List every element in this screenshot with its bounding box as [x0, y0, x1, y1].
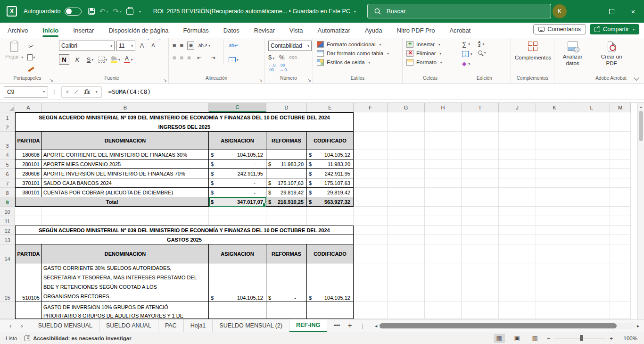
cell-empty[interactable] — [425, 132, 462, 150]
cell-empty[interactable] — [388, 302, 425, 319]
tab-formulas[interactable]: Fórmulas — [182, 24, 210, 37]
cell-empty[interactable] — [573, 188, 610, 197]
align-top-button[interactable]: ≡ — [173, 42, 176, 49]
row-header[interactable]: 6 — [0, 169, 15, 178]
cell-total-label[interactable]: Total — [15, 197, 209, 207]
page-layout-view-button[interactable]: ▣ — [512, 334, 523, 343]
cell-empty[interactable] — [610, 226, 631, 235]
cell-empty[interactable] — [425, 178, 462, 188]
cell-empty[interactable] — [499, 178, 536, 188]
cell-empty[interactable] — [209, 207, 266, 216]
row-header[interactable]: 2 — [0, 122, 15, 132]
sheet-nav-next-icon[interactable]: › — [21, 322, 23, 329]
cell-header-codificado[interactable]: CODIFICADO — [307, 244, 354, 263]
cell-empty[interactable] — [610, 244, 631, 263]
cell-empty[interactable] — [354, 178, 388, 188]
row-header[interactable]: 10 — [0, 207, 15, 216]
undo-button[interactable]: ↶▾ — [99, 7, 108, 16]
cell-empty[interactable] — [536, 244, 573, 263]
cell-empty[interactable] — [536, 122, 573, 132]
cell-empty[interactable] — [388, 178, 425, 188]
cell-empty[interactable] — [42, 207, 209, 216]
decrease-indent-button[interactable]: ⇤ — [195, 53, 204, 62]
sheet-tab-ref-ing-active[interactable]: REF-ING — [289, 319, 327, 332]
col-header-J[interactable]: J — [499, 103, 536, 112]
cell-empty[interactable] — [462, 188, 499, 197]
redo-button[interactable]: ↷▾ — [113, 7, 122, 16]
cell-asignacion[interactable] — [209, 302, 266, 319]
row-header[interactable]: 8 — [0, 188, 15, 197]
cell-empty[interactable] — [425, 112, 462, 122]
tab-revisar[interactable]: Revisar — [253, 24, 276, 37]
cell-empty[interactable] — [499, 132, 536, 150]
cell-empty[interactable] — [354, 188, 388, 197]
cell-empty[interactable] — [354, 150, 388, 159]
horizontal-scroll-thumb[interactable] — [380, 323, 617, 328]
cell-denominacion[interactable]: SALDO CAJA BANCOS 2024 — [42, 178, 209, 188]
insert-function-button[interactable]: fx — [84, 88, 90, 95]
align-right-button[interactable]: ≡ — [187, 54, 190, 61]
cell-empty[interactable] — [499, 169, 536, 178]
cell-denominacion[interactable]: GASTO CORRIENTE 30% SUELDOS AUTORIDADES,… — [42, 263, 209, 302]
col-header-E[interactable]: E — [307, 103, 354, 112]
cell-empty[interactable] — [388, 235, 425, 244]
cell-empty[interactable] — [499, 216, 536, 226]
cell-empty[interactable] — [610, 207, 631, 216]
cell-asignacion[interactable]: $- — [209, 188, 266, 197]
cell-empty[interactable] — [462, 169, 499, 178]
cell-empty[interactable] — [388, 263, 425, 302]
cell-empty[interactable] — [425, 197, 462, 207]
row-header[interactable]: 4 — [0, 150, 15, 159]
italic-button[interactable]: K — [73, 55, 82, 64]
cell-denominacion[interactable]: APORTE INVERSIÓN DEL MINISTERIO DE FINAN… — [42, 169, 209, 178]
format-cells-button[interactable]: Formato▾ — [406, 59, 442, 66]
sheet-tab-sueldo-mensual-2[interactable]: SUELDO MENSUAL (2) — [213, 319, 289, 332]
col-header-L[interactable]: L — [573, 103, 610, 112]
col-header-C[interactable]: C — [209, 103, 266, 112]
cell-empty[interactable] — [388, 226, 425, 235]
vertical-scroll-thumb[interactable] — [639, 111, 643, 141]
cell-partida[interactable]: 510105 — [15, 263, 42, 302]
cell-denominacion[interactable]: CUENTAS POR COBRAR (ALICUOTA DE DICIEMBR… — [42, 188, 209, 197]
row-header[interactable]: 3 — [0, 132, 15, 150]
row-header-selected[interactable]: 9 — [0, 197, 15, 207]
cell-empty[interactable] — [354, 226, 388, 235]
cell-gastos-title[interactable]: SEGÚN ACUERDO MINISTERIAL Nº 039 DEL MIN… — [15, 226, 354, 235]
tab-inicio[interactable]: Inicio — [41, 24, 59, 37]
cell-empty[interactable] — [354, 263, 388, 302]
cell-empty[interactable] — [425, 302, 462, 319]
cell-empty[interactable] — [425, 207, 462, 216]
cell-total-reformas[interactable]: $216.910,25 — [266, 197, 307, 207]
cell-empty[interactable] — [388, 244, 425, 263]
cell-empty[interactable] — [610, 302, 631, 319]
cell-header-reformas[interactable]: REFORMAS — [266, 132, 307, 150]
cell-empty[interactable] — [462, 226, 499, 235]
cell-empty[interactable] — [425, 216, 462, 226]
cell-empty[interactable] — [462, 263, 499, 302]
cell-empty[interactable] — [536, 226, 573, 235]
cell-gastos-subtitle[interactable]: GASTOS 2025 — [15, 235, 354, 244]
cell-empty[interactable] — [425, 122, 462, 132]
tab-disposicion[interactable]: Disposición de página — [107, 24, 169, 37]
formula-input[interactable]: =SUMA(C4:C8) — [108, 88, 151, 95]
col-header-G[interactable]: G — [388, 103, 425, 112]
cell-empty[interactable] — [425, 150, 462, 159]
cell-empty[interactable] — [499, 207, 536, 216]
col-header-I[interactable]: I — [462, 103, 499, 112]
cell-empty[interactable] — [266, 207, 307, 216]
orientation-button[interactable]: ab↗▾ — [198, 41, 210, 50]
more-sheets-icon[interactable]: ••• — [334, 322, 340, 329]
cell-empty[interactable] — [425, 263, 462, 302]
insert-cells-button[interactable]: Insertar▾ — [406, 41, 442, 48]
row-header[interactable]: 15 — [0, 263, 15, 302]
cell-empty[interactable] — [462, 112, 499, 122]
align-left-button[interactable]: ≡ — [173, 54, 176, 61]
font-color-button[interactable]: A▾ — [124, 55, 133, 64]
zoom-level[interactable]: 100% — [619, 336, 637, 341]
cell-ingresos-title[interactable]: SEGÚN ACUERDO MINISTERIAL Nº 039 DEL MIN… — [15, 112, 354, 122]
cell-empty[interactable] — [536, 302, 573, 319]
cell-reformas[interactable] — [266, 169, 307, 178]
cell-empty[interactable] — [610, 132, 631, 150]
cell-empty[interactable] — [573, 122, 610, 132]
cell-empty[interactable] — [536, 188, 573, 197]
